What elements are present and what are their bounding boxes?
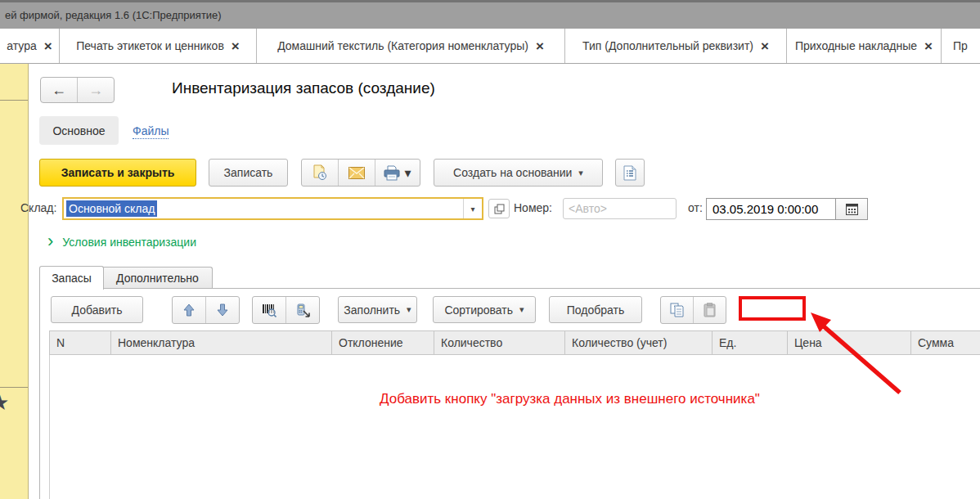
tab-label: Печать этикеток и ценников xyxy=(76,39,224,52)
favorites-star-icon[interactable]: ★ xyxy=(0,390,9,416)
sidebar-divider xyxy=(0,387,28,388)
number-input[interactable] xyxy=(563,198,677,219)
post-document-button[interactable] xyxy=(302,160,338,186)
open-warehouse-button[interactable] xyxy=(488,199,510,218)
arrow-down-icon xyxy=(217,303,228,317)
back-button[interactable]: ← xyxy=(41,78,78,102)
tab-label: Тип (Дополнительный реквизит) xyxy=(582,39,753,52)
date-input[interactable]: 03.05.2019 0:00:00 xyxy=(707,199,835,219)
copy-rows-button[interactable] xyxy=(661,297,693,323)
chevron-down-icon: ▾ xyxy=(519,304,524,315)
warehouse-selected-value: Основной склад xyxy=(66,200,157,217)
barcode-buttons-group xyxy=(252,296,320,324)
sort-button[interactable]: Сортировать ▾ xyxy=(433,296,536,323)
table-header-row: N Номенклатура Отклонение Количество Кол… xyxy=(49,330,980,355)
barcode-search-button[interactable] xyxy=(253,297,285,323)
tab-label: Домашний текстиль (Категория номенклатур… xyxy=(277,39,528,52)
pick-button[interactable]: Подобрать xyxy=(549,296,642,323)
document-tab-labels-printing[interactable]: Печать этикеток и ценников × xyxy=(60,29,257,63)
column-header-quantity[interactable]: Количество xyxy=(434,331,565,354)
paste-rows-button[interactable] xyxy=(693,297,726,323)
page-title: Инвентаризация запасов (создание) xyxy=(172,79,435,97)
tab-label: атура xyxy=(7,39,36,52)
document-tab-partial[interactable]: Пр xyxy=(942,29,980,63)
move-down-button[interactable] xyxy=(205,297,239,323)
close-icon[interactable]: × xyxy=(44,39,52,53)
table-left-edge xyxy=(49,355,50,499)
document-tab-type-attribute[interactable]: Тип (Дополнительный реквизит) × xyxy=(565,29,787,63)
inventory-conditions-label: Условия инвентаризации xyxy=(62,236,196,249)
history-nav: ← → xyxy=(40,77,115,103)
column-header-price[interactable]: Цена xyxy=(788,331,911,354)
paste-icon xyxy=(704,303,716,317)
left-sidebar: ★ xyxy=(0,64,29,499)
clipboard-buttons-group xyxy=(660,296,726,324)
warehouse-dropdown-button[interactable]: ▾ xyxy=(463,199,482,218)
tab-main[interactable]: Основное xyxy=(39,116,119,145)
close-icon[interactable]: × xyxy=(924,39,933,53)
document-tab-nomenclature[interactable]: атура × xyxy=(0,29,60,63)
column-header-n[interactable]: N xyxy=(50,331,111,354)
close-icon[interactable]: × xyxy=(232,39,240,53)
date-label: от: xyxy=(688,201,703,214)
window-titlebar: ей фирмой, редакция 1.6 (1С:Предприятие) xyxy=(0,0,980,29)
app-window: ей фирмой, редакция 1.6 (1С:Предприятие)… xyxy=(0,0,980,499)
command-icon-group: ▾ xyxy=(301,159,420,187)
fill-label: Заполнить xyxy=(344,303,400,317)
envelope-icon xyxy=(348,167,365,179)
annotation-highlight-box xyxy=(739,296,806,321)
column-header-unit[interactable]: Ед. xyxy=(713,331,788,354)
add-row-button[interactable]: Добавить xyxy=(51,296,143,323)
report-icon xyxy=(623,165,636,181)
chevron-down-icon: ▾ xyxy=(407,304,411,315)
document-clock-icon xyxy=(312,164,328,181)
column-header-sum[interactable]: Сумма xyxy=(911,331,980,354)
send-email-button[interactable] xyxy=(338,160,375,186)
tab-files-link[interactable]: Файлы xyxy=(133,124,169,139)
number-label: Номер: xyxy=(514,201,552,214)
chevron-right-icon: › xyxy=(47,236,53,247)
calendar-button[interactable] xyxy=(835,199,867,219)
chevron-down-icon: ▾ xyxy=(578,168,583,178)
copy-icon xyxy=(670,303,684,317)
column-header-deviation[interactable]: Отклонение xyxy=(332,331,434,354)
document-tab-home-textile[interactable]: Домашний текстиль (Категория номенклатур… xyxy=(257,29,565,63)
warehouse-label: Склад: xyxy=(20,201,56,214)
tab-additional[interactable]: Дополнительно xyxy=(102,267,213,289)
close-icon[interactable]: × xyxy=(536,39,544,53)
data-terminal-button[interactable] xyxy=(285,297,319,323)
column-header-quantity-accounting[interactable]: Количество (учет) xyxy=(565,331,713,354)
tab-label: Приходные накладные xyxy=(795,39,917,52)
create-based-on-button[interactable]: Создать на основании ▾ xyxy=(434,159,603,187)
document-tab-incoming-invoices[interactable]: Приходные накладные × xyxy=(787,29,942,63)
inventory-conditions-toggle[interactable]: › Условия инвентаризации xyxy=(47,236,196,249)
sidebar-divider xyxy=(0,100,28,101)
window-title: ей фирмой, редакция 1.6 (1С:Предприятие) xyxy=(5,9,222,21)
close-icon[interactable]: × xyxy=(761,39,769,53)
column-header-nomenclature[interactable]: Номенклатура xyxy=(111,331,332,354)
chevron-down-icon: ▾ xyxy=(404,165,411,181)
fill-button[interactable]: Заполнить ▾ xyxy=(338,296,417,323)
calendar-icon xyxy=(846,203,858,215)
document-tab-bar: атура × Печать этикеток и ценников × Дом… xyxy=(0,29,980,64)
print-button[interactable]: ▾ xyxy=(375,160,420,186)
terminal-icon xyxy=(296,303,310,317)
save-and-close-button[interactable]: Записать и закрыть xyxy=(39,159,196,187)
forward-button[interactable]: → xyxy=(78,78,114,102)
reports-button[interactable] xyxy=(615,159,645,187)
date-field-group: 03.05.2019 0:00:00 xyxy=(706,198,868,220)
printer-icon xyxy=(384,165,400,181)
save-button[interactable]: Записать xyxy=(209,159,288,187)
create-based-on-label: Создать на основании xyxy=(453,166,572,179)
move-up-button[interactable] xyxy=(173,297,205,323)
move-buttons-group xyxy=(172,296,240,324)
annotation-text: Добавить кнопку "загрузка данных из внеш… xyxy=(380,391,760,407)
sort-label: Сортировать xyxy=(444,303,513,317)
open-icon xyxy=(494,204,505,214)
barcode-icon xyxy=(262,303,276,317)
arrow-up-icon xyxy=(183,303,195,317)
tab-label: Пр xyxy=(953,39,968,52)
warehouse-field[interactable]: Основной склад ▾ xyxy=(62,197,483,220)
tab-stocks[interactable]: Запасы xyxy=(39,266,104,290)
